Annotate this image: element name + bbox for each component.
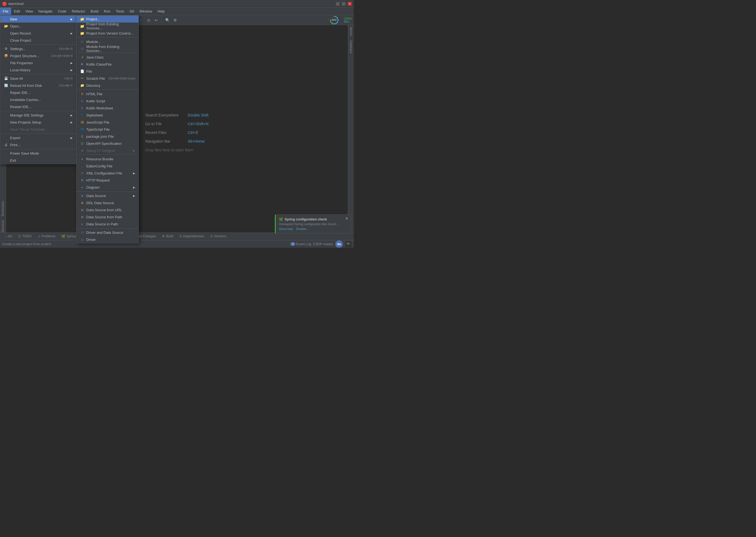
- file-menu-manage[interactable]: Manage IDE Settings ▶: [0, 111, 76, 119]
- new-xml-config[interactable]: X XML Configuration File ▶: [76, 170, 139, 177]
- new-module[interactable]: □ Module...: [76, 38, 139, 45]
- new-http[interactable]: H HTTP Request: [76, 177, 139, 184]
- file-menu-recent[interactable]: Open Recent ▶: [0, 30, 76, 37]
- new-project-existing[interactable]: 📁 Project from Existing Sources...: [76, 22, 139, 30]
- tab-todo[interactable]: ☑ TODO: [15, 233, 34, 240]
- kscript-icon: K: [80, 99, 85, 103]
- menu-run[interactable]: Run: [101, 8, 113, 15]
- file-menu-new[interactable]: New ▶: [0, 16, 76, 22]
- new-resource-bundle[interactable]: ≡ Resource Bundle: [76, 155, 139, 162]
- file-menu-structure-label: Project Structure...: [10, 54, 39, 58]
- speed-down: 0K/s: [344, 20, 352, 23]
- new-openapi[interactable]: ◎ OpenAPI Specification: [76, 140, 139, 147]
- new-module-existing[interactable]: □ Module from Existing Sources...: [76, 45, 139, 52]
- diagram-icon: ◇: [80, 185, 85, 189]
- menu-window[interactable]: Window: [137, 8, 155, 15]
- kworksheet-icon: K: [80, 106, 85, 110]
- kotlin-class-icon: K: [80, 62, 85, 66]
- notification-disable[interactable]: Disable...: [296, 227, 309, 230]
- menu-navigate[interactable]: Navigate: [36, 8, 55, 15]
- status-event-log[interactable]: 3 Event Log: [290, 242, 311, 246]
- new-stylesheet[interactable]: S Stylesheet: [76, 111, 139, 119]
- maximize-button[interactable]: □: [342, 2, 346, 6]
- minimize-button[interactable]: —: [336, 2, 339, 6]
- close-button[interactable]: ✕: [348, 2, 352, 6]
- file-menu-restart[interactable]: Restart IDE...: [0, 103, 76, 110]
- menu-file[interactable]: File: [0, 8, 11, 15]
- new-driver-datasource[interactable]: ⊡ Driver and Data Source: [76, 229, 139, 236]
- tab-deps[interactable]: ⊡ Dependencies: [177, 233, 207, 240]
- new-file[interactable]: 📄 File: [76, 68, 139, 75]
- new-js[interactable]: JS JavaScript File: [76, 119, 139, 126]
- file-menu-repair[interactable]: Repair IDE...: [0, 89, 76, 96]
- new-driver[interactable]: ⊡ Driver: [76, 236, 139, 243]
- lang-toggle[interactable]: 中: [345, 241, 352, 247]
- user-avatar[interactable]: du: [335, 240, 343, 248]
- file-menu-reload[interactable]: 🔄 Reload All from Disk Ctrl+Alt+Y: [0, 82, 76, 89]
- menu-edit[interactable]: Edit: [11, 8, 22, 15]
- file-menu-new-label: New: [10, 17, 17, 21]
- tab-services[interactable]: ⊙ Services: [207, 233, 229, 240]
- search-btn[interactable]: 🔍: [164, 17, 171, 23]
- new-kotlin-class[interactable]: K Kotlin Class/File: [76, 61, 139, 68]
- new-project-existing-label: Project from Existing Sources...: [86, 22, 135, 30]
- tab-build[interactable]: ⚙ Build: [159, 233, 176, 240]
- datasource-icon: ⊞: [80, 193, 85, 198]
- notification-close-button[interactable]: ▼: [345, 216, 349, 221]
- file-menu-history[interactable]: Local History ▶: [0, 66, 76, 73]
- file-menu-save[interactable]: 💾 Save All Ctrl+S: [0, 75, 76, 82]
- new-datasource-path[interactable]: ⊟ Data Source from Path: [76, 213, 139, 221]
- new-kotlin-worksheet[interactable]: K Kotlin Worksheet: [76, 104, 139, 111]
- file-menu-structure[interactable]: 📦 Project Structure... Ctrl+Alt+Shift+S: [0, 52, 76, 59]
- new-diagram[interactable]: ◇ Diagram ▶: [76, 184, 139, 191]
- settings-btn[interactable]: ⚙: [172, 17, 178, 23]
- file-menu-print[interactable]: 🖨 Print...: [0, 141, 76, 148]
- file-menu-open[interactable]: 📂 Open...: [0, 22, 76, 30]
- menu-build[interactable]: Build: [88, 8, 101, 15]
- new-kotlin-script[interactable]: K Kotlin Script: [76, 98, 139, 104]
- new-submenu: 📁 Project... 📁 Project from Existing Sou…: [76, 15, 139, 243]
- new-datasource[interactable]: ⊞ Data Source ▶: [76, 192, 139, 199]
- new-sep3: [76, 90, 139, 90]
- file-menu-newproj[interactable]: New Projects Setup ▶: [0, 119, 76, 126]
- new-editorconfig[interactable]: . EditorConfig File: [76, 162, 139, 170]
- new-datasource-url[interactable]: ⊟ Data Source from URL: [76, 206, 139, 213]
- new-pkgjson[interactable]: {} package.json File: [76, 133, 139, 140]
- new-datasource-inpath[interactable]: ≡ Data Source in Path: [76, 221, 139, 227]
- file-menu-settings[interactable]: ⚙ Settings... Ctrl+Alt+S: [0, 45, 76, 52]
- git-history[interactable]: ◷: [145, 17, 152, 23]
- menu-git[interactable]: Git: [127, 8, 137, 15]
- panel-label-bookmarks[interactable]: Bookmarks: [0, 199, 5, 218]
- new-ddl[interactable]: ⊞ DDL Data Source: [76, 199, 139, 206]
- new-scratch[interactable]: ✏ Scratch File Ctrl+Alt+Shift+Insert: [76, 75, 139, 82]
- panel-label-maven[interactable]: Maven: [348, 25, 354, 38]
- tab-problems[interactable]: ⚠ Problems: [35, 233, 58, 240]
- new-project[interactable]: 📁 Project...: [76, 16, 139, 22]
- file-menu-exit[interactable]: Exit: [0, 157, 76, 164]
- notification-show-help[interactable]: Show help: [279, 227, 293, 230]
- menu-code[interactable]: Code: [55, 8, 69, 15]
- separator1: [0, 44, 76, 45]
- menu-view[interactable]: View: [22, 8, 36, 15]
- menu-help[interactable]: Help: [155, 8, 168, 15]
- panel-label-structure[interactable]: Structure: [0, 218, 5, 235]
- new-html[interactable]: H HTML File: [76, 90, 139, 98]
- file-menu-export[interactable]: Export ▶: [0, 134, 76, 141]
- file-menu-close[interactable]: Close Project: [0, 37, 76, 44]
- menu-refactor[interactable]: Refactor: [69, 8, 88, 15]
- file-menu-invalidate[interactable]: Invalidate Caches...: [0, 96, 76, 103]
- new-ts[interactable]: TS TypeScript File: [76, 126, 139, 133]
- properties-chevron: ▶: [70, 62, 73, 64]
- panel-label-database[interactable]: Database: [348, 38, 354, 56]
- new-project-vcs[interactable]: 📁 Project from Version Control...: [76, 30, 139, 37]
- menu-tools[interactable]: Tools: [113, 8, 127, 15]
- git-rollback[interactable]: ↩: [153, 17, 159, 23]
- file-menu-properties[interactable]: File Properties ▶: [0, 59, 76, 66]
- new-java-class[interactable]: J Java Class: [76, 54, 139, 61]
- tab-spring[interactable]: 🌿 Spring: [59, 233, 79, 240]
- file-menu-powersave[interactable]: Power Save Mode: [0, 150, 76, 157]
- new-directory[interactable]: 📁 Directory: [76, 82, 139, 89]
- tab-git[interactable]: ⬦ Git: [2, 233, 15, 240]
- notification-title: 🌿 Spring configuration check: [279, 218, 347, 221]
- new-sep1: [76, 37, 139, 38]
